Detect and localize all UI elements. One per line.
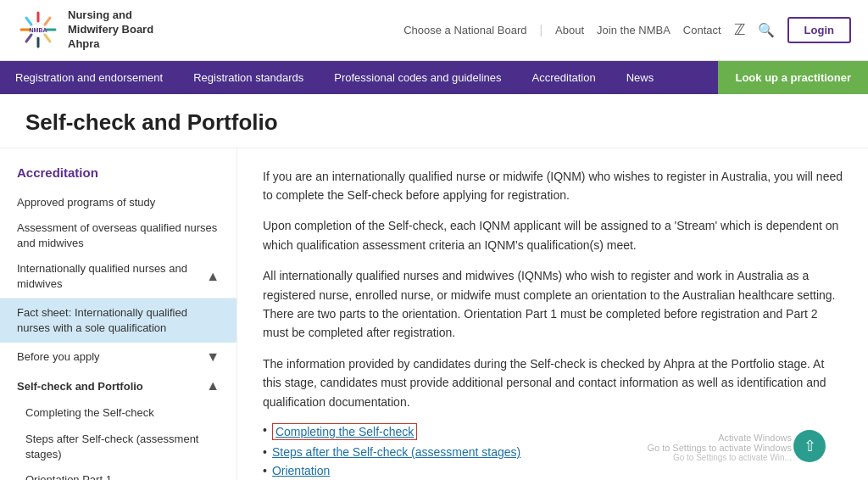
sidebar-item-assessment-overseas[interactable]: Assessment of overseas qualified nurses … — [0, 215, 236, 256]
chevron-up-icon: ▲ — [206, 267, 220, 286]
svg-text:NMBA: NMBA — [30, 27, 47, 33]
search-button[interactable]: 🔍 — [758, 22, 775, 38]
nav-news[interactable]: News — [611, 61, 670, 94]
content-area: If you are an internationally qualified … — [237, 148, 868, 480]
lookup-practitioner-button[interactable]: Look up a practitioner — [718, 61, 868, 94]
sidebar-item-intl-qualified[interactable]: Internationally qualified nurses and mid… — [0, 256, 236, 297]
content-para-1: If you are an internationally qualified … — [263, 167, 843, 205]
nav-accreditation[interactable]: Accreditation — [517, 61, 611, 94]
sidebar-item-selfcheck-portfolio[interactable]: Self-check and Portfolio ▲ — [0, 371, 236, 400]
header-right: Choose a National Board | About Join the… — [403, 17, 851, 43]
site-header: NMBA Nursing and Midwifery Board Ahpra C… — [0, 0, 868, 61]
main-navbar: Registration and endorsement Registratio… — [0, 61, 868, 94]
page-title-bar: Self-check and Portfolio — [0, 94, 868, 148]
contact-link[interactable]: Contact — [683, 24, 721, 36]
scroll-up-button[interactable]: ⇧ — [793, 430, 826, 462]
header-links: About Join the NMBA Contact — [555, 24, 721, 36]
main-content: Accreditation Approved programs of study… — [0, 148, 868, 480]
content-para-2: Upon completion of the Self-check, each … — [263, 216, 843, 254]
content-para-4: The information provided by candidates d… — [263, 354, 843, 411]
bullet-1: • — [263, 423, 267, 437]
chevron-up-icon-2: ▲ — [206, 378, 220, 393]
link-item-1: • Completing the Self-check — [263, 423, 843, 440]
translate-icon[interactable]: ℤ — [734, 20, 745, 39]
sidebar-item-fact-sheet[interactable]: Fact sheet: Internationally qualified nu… — [0, 299, 236, 343]
nav-professional-codes[interactable]: Professional codes and guidelines — [319, 61, 516, 94]
steps-after-link[interactable]: Steps after the Self-check (assessment s… — [272, 445, 520, 459]
content-links-list: • Completing the Self-check • Steps afte… — [263, 423, 843, 480]
sidebar-item-steps-after[interactable]: Steps after Self-check (assessment stage… — [0, 427, 236, 467]
about-link[interactable]: About — [555, 24, 584, 36]
svg-line-8 — [26, 18, 31, 25]
bullet-3: • — [263, 464, 267, 477]
header-divider: | — [539, 23, 542, 36]
nav-registration-standards[interactable]: Registration standards — [178, 61, 319, 94]
sidebar-item-approved-programs[interactable]: Approved programs of study — [0, 190, 236, 215]
page-title: Self-check and Portfolio — [25, 109, 843, 136]
nav-registration-endorsement[interactable]: Registration and endorsement — [0, 61, 178, 94]
completing-selfcheck-link[interactable]: Completing the Self-check — [272, 423, 417, 440]
sidebar-item-completing-selfcheck[interactable]: Completing the Self-check — [0, 400, 236, 426]
link-item-2: • Steps after the Self-check (assessment… — [263, 445, 843, 459]
orientation-link[interactable]: Orientation — [272, 464, 330, 477]
sidebar: Accreditation Approved programs of study… — [0, 148, 237, 480]
link-item-3: • Orientation — [263, 464, 843, 477]
sidebar-item-before-apply[interactable]: Before you apply ▼ — [0, 343, 236, 371]
chevron-down-icon: ▼ — [206, 348, 220, 366]
logo-text: Nursing and Midwifery Board Ahpra — [68, 8, 153, 52]
svg-line-6 — [26, 35, 31, 42]
content-para-3: All internationally qualified nurses and… — [263, 266, 843, 343]
sidebar-item-orientation-part1[interactable]: Orientation Part 1 — [0, 467, 236, 480]
join-link[interactable]: Join the NMBA — [597, 24, 670, 36]
navbar-items: Registration and endorsement Registratio… — [0, 61, 718, 94]
login-button[interactable]: Login — [787, 17, 851, 43]
bullet-2: • — [263, 445, 267, 459]
svg-line-4 — [45, 35, 50, 42]
sidebar-expanded-section: Fact sheet: Internationally qualified nu… — [0, 298, 236, 480]
sidebar-title: Accreditation — [0, 165, 236, 190]
svg-line-2 — [45, 18, 50, 25]
national-board-link[interactable]: Choose a National Board — [403, 24, 526, 36]
logo-icon: NMBA — [17, 8, 59, 51]
logo-area: NMBA Nursing and Midwifery Board Ahpra — [17, 8, 153, 52]
